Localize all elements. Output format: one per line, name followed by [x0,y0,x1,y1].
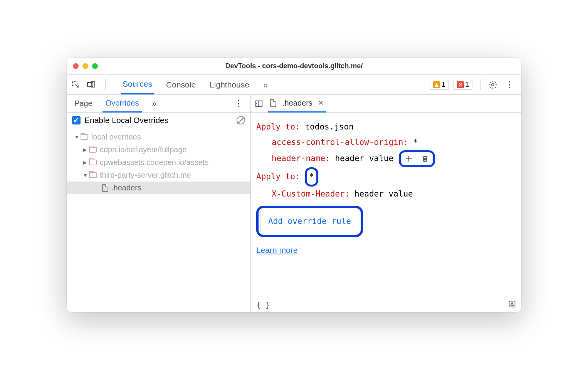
tabs-overflow[interactable]: » [262,76,269,94]
folder-label: cpwebassets.codepen.io/assets [100,158,208,167]
file-icon [102,184,108,192]
eject-icon[interactable] [508,300,516,309]
folder-icon [89,160,97,165]
folder-label: third-party-server.glitch.me [100,171,191,180]
add-override-rule-button[interactable]: Add override rule [260,210,359,234]
editor-panel: .headers ✕ Apply to: todos.json access-c… [251,95,521,312]
enable-overrides-label: Enable Local Overrides [84,116,168,125]
enable-overrides-row: ✓ Enable Local Overrides [67,113,250,128]
toggle-navigator-icon[interactable] [255,99,263,108]
tab-lighthouse[interactable]: Lighthouse [208,76,251,94]
warnings-count: 1 [442,81,445,89]
pretty-print-icon[interactable]: { } [256,300,270,309]
rule-block-0: Apply to: todos.json [256,119,516,135]
svg-point-3 [492,84,494,86]
header-row: header-name: header value [256,150,516,167]
folder-icon [89,147,97,153]
tree-folder-1[interactable]: ▶ cpwebassets.codepen.io/assets [67,156,250,169]
header-row: X-Custom-Header: header value [256,187,516,202]
error-icon: ✕ [457,81,464,88]
apply-to-value[interactable]: todos.json [305,122,353,131]
navigator-panel: Page Overrides » ⋮ ✓ Enable Local Overri… [67,95,251,312]
add-header-button[interactable] [404,154,414,164]
clear-overrides-icon[interactable] [237,116,245,124]
editor-tab-headers[interactable]: .headers ✕ [268,95,326,113]
errors-badge[interactable]: ✕ 1 [454,80,472,90]
navigator-more-icon[interactable]: ⋮ [231,99,246,109]
subtab-page[interactable]: Page [71,95,96,112]
add-rule-highlight: Add override rule [256,206,363,237]
main-toolbar: Sources Console Lighthouse » ▲ 1 ✕ 1 ⋮ [67,75,521,95]
learn-more-link[interactable]: Learn more [256,246,297,254]
tree-root[interactable]: ▼ local overrides [67,131,250,143]
warnings-badge[interactable]: ▲ 1 [430,80,449,90]
panel-tabs: Sources Console Lighthouse » [121,75,269,94]
header-value[interactable]: * [413,138,418,147]
navigator-tabs: Page Overrides » ⋮ [67,95,250,113]
folder-label: cdpn.io/sofiayem/fullpage [100,145,187,154]
delete-header-button[interactable] [420,154,430,164]
more-menu-icon[interactable]: ⋮ [502,80,517,90]
warning-icon: ▲ [433,81,440,88]
apply-to-key: Apply to [256,122,295,131]
header-actions-highlight [399,150,435,167]
inspect-icon[interactable] [71,80,81,89]
header-name[interactable]: X-Custom-Header [272,189,345,198]
header-value[interactable]: header value [354,189,413,198]
header-name[interactable]: access-control-allow-origin [272,138,403,147]
headers-editor: Apply to: todos.json access-control-allo… [251,113,521,297]
file-tree: ▼ local overrides ▶ cdpn.io/sofiayem/ful… [67,128,250,197]
titlebar: DevTools - cors-demo-devtools.glitch.me/ [67,58,521,75]
window-title: DevTools - cors-demo-devtools.glitch.me/ [67,62,521,70]
header-value[interactable]: header value [335,154,393,163]
tree-folder-2[interactable]: ▼ third-party-server.glitch.me [67,169,250,182]
add-rule-row: Add override rule [256,206,516,237]
close-tab-icon[interactable]: ✕ [318,99,324,107]
devtools-window: DevTools - cors-demo-devtools.glitch.me/… [67,58,521,312]
apply-to-value[interactable]: * [309,172,314,181]
editor-footer: { } [251,297,521,312]
tree-file-headers[interactable]: .headers [67,182,250,194]
tree-root-label: local overrides [91,133,141,141]
enable-overrides-checkbox[interactable]: ✓ [72,116,81,124]
apply-to-key: Apply to [256,172,295,181]
apply-to-wildcard-highlight: * [305,167,318,187]
header-name[interactable]: header-name [272,154,325,163]
file-label: .headers [111,183,141,192]
header-row: access-control-allow-origin: * [256,135,516,150]
subtabs-overflow[interactable]: » [149,95,159,112]
tab-console[interactable]: Console [165,76,197,94]
editor-tab-label: .headers [282,99,312,108]
errors-count: 1 [465,81,469,89]
file-icon [270,99,276,107]
device-toggle-icon[interactable] [87,80,96,89]
rule-block-1: Apply to: * [256,167,516,187]
tab-sources[interactable]: Sources [121,75,154,94]
editor-tabs: .headers ✕ [251,95,521,113]
subtab-overrides[interactable]: Overrides [102,95,142,113]
settings-icon[interactable] [488,80,497,89]
tree-folder-0[interactable]: ▶ cdpn.io/sofiayem/fullpage [67,143,250,156]
folder-icon [89,172,97,178]
folder-icon [81,134,88,140]
